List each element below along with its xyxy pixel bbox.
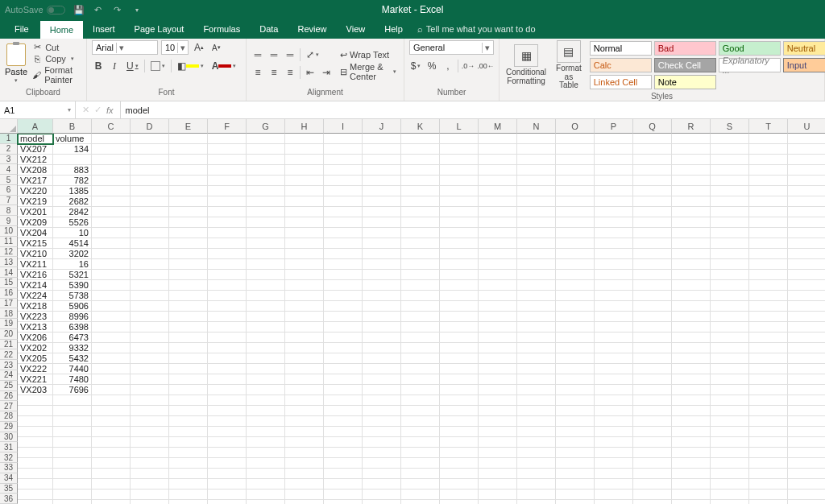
cell-T30[interactable]: [749, 437, 788, 448]
cell-R12[interactable]: [672, 249, 711, 259]
cell-L2[interactable]: [440, 144, 479, 155]
cell-F11[interactable]: [208, 238, 247, 249]
cell-H5[interactable]: [285, 176, 324, 186]
cell-M35[interactable]: [479, 490, 517, 500]
cell-R15[interactable]: [672, 280, 711, 291]
cell-T20[interactable]: [749, 333, 788, 343]
cell-C26[interactable]: [92, 395, 131, 406]
cell-C27[interactable]: [92, 406, 131, 416]
cell-J4[interactable]: [363, 165, 401, 176]
cell-I8[interactable]: [324, 207, 363, 217]
cell-K7[interactable]: [401, 196, 440, 207]
cell-B36[interactable]: [53, 500, 92, 504]
cell-L24[interactable]: [440, 374, 479, 385]
cell-style-normal[interactable]: Normal: [590, 41, 652, 56]
cell-K26[interactable]: [401, 395, 440, 406]
row-header-30[interactable]: 30: [0, 432, 18, 443]
cell-H32[interactable]: [285, 458, 324, 469]
row-header-16[interactable]: 16: [0, 288, 18, 299]
cell-J22[interactable]: [363, 353, 401, 364]
cell-P11[interactable]: [595, 238, 633, 249]
cell-I24[interactable]: [324, 374, 363, 385]
cell-G27[interactable]: [247, 406, 285, 416]
cell-E21[interactable]: [169, 343, 208, 353]
cell-P32[interactable]: [595, 458, 633, 469]
cell-J20[interactable]: [363, 333, 401, 343]
cell-N29[interactable]: [517, 427, 556, 437]
cell-R24[interactable]: [672, 374, 711, 385]
cell-N3[interactable]: [517, 155, 556, 165]
cell-C1[interactable]: [92, 134, 131, 144]
cell-Q32[interactable]: [633, 458, 672, 469]
format-painter-button[interactable]: 🖌Format Painter: [32, 65, 81, 85]
cell-L32[interactable]: [440, 458, 479, 469]
cell-Q15[interactable]: [633, 280, 672, 291]
cell-B31[interactable]: [53, 448, 92, 458]
cell-N8[interactable]: [517, 207, 556, 217]
undo-icon[interactable]: ↶: [93, 4, 104, 15]
cell-F8[interactable]: [208, 207, 247, 217]
cell-style-calc[interactable]: Calc: [590, 58, 652, 72]
cell-A34[interactable]: [18, 479, 53, 490]
cell-N27[interactable]: [517, 406, 556, 416]
column-header-F[interactable]: F: [208, 119, 247, 134]
cell-C29[interactable]: [92, 427, 131, 437]
cell-B5[interactable]: 782: [53, 176, 92, 186]
row-header-10[interactable]: 10: [0, 226, 18, 237]
cell-C34[interactable]: [92, 479, 131, 490]
cell-L11[interactable]: [440, 238, 479, 249]
cell-R10[interactable]: [672, 228, 711, 238]
cell-S6[interactable]: [711, 186, 749, 196]
cell-C15[interactable]: [92, 280, 131, 291]
cell-U26[interactable]: [788, 395, 825, 406]
cell-L18[interactable]: [440, 312, 479, 322]
cell-J35[interactable]: [363, 490, 401, 500]
cell-O12[interactable]: [556, 249, 595, 259]
cell-J26[interactable]: [363, 395, 401, 406]
cell-Q22[interactable]: [633, 353, 672, 364]
cell-R11[interactable]: [672, 238, 711, 249]
cell-T22[interactable]: [749, 353, 788, 364]
cell-D23[interactable]: [131, 364, 169, 374]
cell-T19[interactable]: [749, 322, 788, 333]
cell-L8[interactable]: [440, 207, 479, 217]
cell-J17[interactable]: [363, 301, 401, 312]
cell-N4[interactable]: [517, 165, 556, 176]
row-header-12[interactable]: 12: [0, 247, 18, 258]
cell-C21[interactable]: [92, 343, 131, 353]
cell-R31[interactable]: [672, 448, 711, 458]
cell-C18[interactable]: [92, 312, 131, 322]
cell-N1[interactable]: [517, 134, 556, 144]
cell-M28[interactable]: [479, 416, 517, 427]
cell-K22[interactable]: [401, 353, 440, 364]
cell-C3[interactable]: [92, 155, 131, 165]
cell-T3[interactable]: [749, 155, 788, 165]
cell-L26[interactable]: [440, 395, 479, 406]
cell-D15[interactable]: [131, 280, 169, 291]
cell-L7[interactable]: [440, 196, 479, 207]
cell-H29[interactable]: [285, 427, 324, 437]
cell-R7[interactable]: [672, 196, 711, 207]
cell-E8[interactable]: [169, 207, 208, 217]
cell-P5[interactable]: [595, 176, 633, 186]
cell-L23[interactable]: [440, 364, 479, 374]
row-header-32[interactable]: 32: [0, 452, 18, 463]
increase-font-button[interactable]: A▴: [192, 40, 206, 55]
cell-T35[interactable]: [749, 490, 788, 500]
cell-H12[interactable]: [285, 249, 324, 259]
cell-H6[interactable]: [285, 186, 324, 196]
cell-S31[interactable]: [711, 448, 749, 458]
cell-R26[interactable]: [672, 395, 711, 406]
cell-L35[interactable]: [440, 490, 479, 500]
cell-S21[interactable]: [711, 343, 749, 353]
increase-indent-button[interactable]: ⇥: [320, 65, 333, 80]
cell-D12[interactable]: [131, 249, 169, 259]
cell-K13[interactable]: [401, 259, 440, 270]
cell-B16[interactable]: 5738: [53, 291, 92, 301]
cell-Q14[interactable]: [633, 270, 672, 280]
cell-K24[interactable]: [401, 374, 440, 385]
cell-M11[interactable]: [479, 238, 517, 249]
cell-H13[interactable]: [285, 259, 324, 270]
cell-N6[interactable]: [517, 186, 556, 196]
cell-O7[interactable]: [556, 196, 595, 207]
